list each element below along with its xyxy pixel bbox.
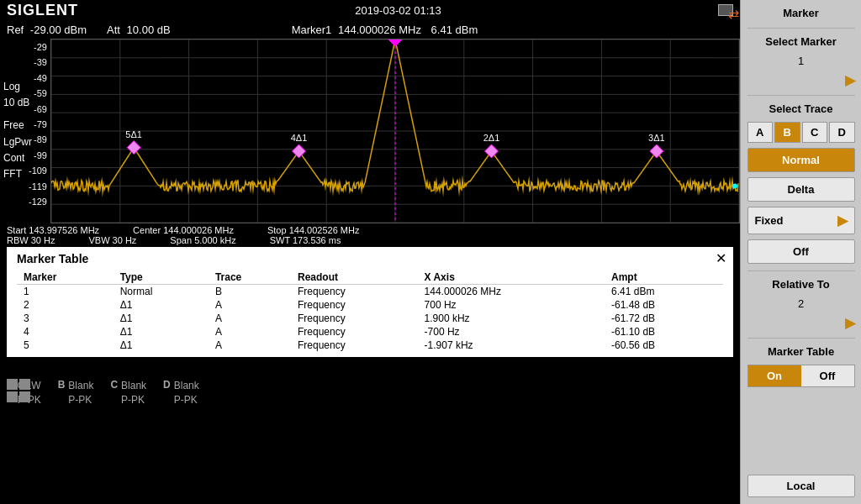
table-cell-ampt: -60.56 dB <box>605 339 723 352</box>
table-cell-x_axis: 700 Hz <box>418 298 605 312</box>
table-cell-marker: 4 <box>17 325 114 339</box>
display-icon[interactable]: ⇄ <box>718 4 733 16</box>
col-type: Type <box>114 270 209 285</box>
table-cell-ampt: -61.10 dB <box>605 325 723 339</box>
table-cell-trace: A <box>209 312 291 325</box>
y-axis-tick: -129 <box>3 197 47 207</box>
select-marker-value: 1 <box>798 55 804 67</box>
marker-table-toggle-title: Marker Table <box>768 345 834 358</box>
relative-to-value: 2 <box>798 297 804 310</box>
table-cell-type: Δ1 <box>114 339 209 352</box>
marker1-freq: 144.000026 MHz <box>338 24 421 36</box>
table-cell-x_axis: -700 Hz <box>418 325 605 339</box>
table-cell-marker: 1 <box>17 285 114 299</box>
table-cell-type: Δ1 <box>114 298 209 312</box>
table-cell-marker: 3 <box>17 312 114 325</box>
datetime: 2019-03-02 01:13 <box>355 4 441 17</box>
table-cell-trace: B <box>209 285 291 299</box>
channel-details: BlankP-PK <box>174 379 199 407</box>
normal-button[interactable]: Normal <box>747 148 855 172</box>
channel-item-b: BBlankP-PK <box>58 379 94 407</box>
col-marker: Marker <box>17 270 114 285</box>
table-row: 1NormalBFrequency144.000026 MHz6.41 dBm <box>17 285 723 299</box>
select-marker-title: Select Marker <box>765 35 837 48</box>
y-axis-tick: -39 <box>3 57 47 67</box>
table-cell-type: Normal <box>114 285 209 299</box>
table-cell-ampt: 6.41 dBm <box>605 285 723 299</box>
table-cell-x_axis: 1.900 kHz <box>418 312 605 325</box>
trace-btn-a[interactable]: A <box>747 122 774 143</box>
grid-cell-1 <box>7 379 18 390</box>
relative-to-arrow[interactable]: ▶ <box>845 315 855 331</box>
trace-btn-b[interactable]: B <box>774 122 800 143</box>
trace-btn-d[interactable]: D <box>829 122 855 143</box>
att-label: Att <box>107 24 120 36</box>
marker-table: Marker Type Trace Readout X Axis Ampt 1N… <box>17 270 723 352</box>
channel-item-c: CBlankP-PK <box>110 379 146 407</box>
meas-bar: Ref -29.00 dBm Att 10.00 dB Marker1 144.… <box>0 20 740 39</box>
marker-table-off-btn[interactable]: Off <box>801 365 854 386</box>
channel-details: BlankP-PK <box>121 379 146 407</box>
marker1-label: Marker1 <box>292 24 332 36</box>
vbw-item: VBW 30 Hz <box>88 235 136 245</box>
off-button[interactable]: Off <box>747 239 855 264</box>
table-row: 4Δ1AFrequency-700 Hz-61.10 dB <box>17 325 723 339</box>
table-cell-x_axis: -1.907 kHz <box>418 339 605 352</box>
mode-free: Free <box>3 118 32 134</box>
table-cell-marker: 2 <box>17 298 114 312</box>
divider-1 <box>747 28 855 29</box>
grid-cell-2 <box>19 379 30 390</box>
grid-cell-3 <box>7 391 18 402</box>
channel-letter: C <box>110 379 118 391</box>
table-row: 5Δ1AFrequency-1.907 kHz-60.56 dB <box>17 339 723 352</box>
bottom-row1: Start 143.997526 MHz Center 144.000026 M… <box>7 225 733 235</box>
table-cell-marker: 5 <box>17 339 114 352</box>
marker1-ampt: 6.41 dBm <box>431 24 478 36</box>
grid-icon[interactable] <box>7 379 30 402</box>
select-trace-row: ABCD <box>747 122 855 143</box>
marker-table-title: Marker Table <box>17 252 723 265</box>
table-cell-type: Δ1 <box>114 325 209 339</box>
trace-btn-c[interactable]: C <box>802 122 828 143</box>
chart-container: Log 10 dB Free LgPwr Cont FFT -29-39-49-… <box>0 39 740 223</box>
marker-table-container: Marker Table ✕ Marker Type Trace Readout… <box>7 247 733 357</box>
table-cell-readout: Frequency <box>291 325 418 339</box>
table-cell-readout: Frequency <box>291 298 418 312</box>
col-trace: Trace <box>209 270 291 285</box>
scale-value: 10 dB <box>3 95 32 111</box>
channel-item-d: DBlankP-PK <box>163 379 199 407</box>
marker-table-close[interactable]: ✕ <box>716 250 726 266</box>
fixed-button[interactable]: Fixed ▶ <box>747 207 855 234</box>
bottom-info: Start 143.997526 MHz Center 144.000026 M… <box>0 223 740 247</box>
mode-cont: Cont <box>3 150 32 166</box>
channel-details: BlankP-PK <box>68 379 93 407</box>
logo: SIGLENT <box>7 2 78 19</box>
delta-button[interactable]: Delta <box>747 177 855 202</box>
table-row: 3Δ1AFrequency1.900 kHz-61.72 dB <box>17 312 723 325</box>
col-readout: Readout <box>291 270 418 285</box>
top-right-icons: ⇄ <box>718 4 733 16</box>
ref-label: Ref <box>7 24 24 36</box>
select-marker-arrow[interactable]: ▶ <box>845 72 855 88</box>
table-cell-trace: A <box>209 339 291 352</box>
table-cell-trace: A <box>209 325 291 339</box>
table-cell-ampt: -61.48 dB <box>605 298 723 312</box>
center-label: Center 144.000026 MHz <box>133 225 234 235</box>
relative-to-title: Relative To <box>772 278 829 291</box>
table-cell-readout: Frequency <box>291 312 418 325</box>
mode-lgpwr: LgPwr <box>3 134 32 150</box>
channel-letter: B <box>58 379 66 391</box>
col-xaxis: X Axis <box>418 270 605 285</box>
left-panel: SIGLENT 2019-03-02 01:13 ⇄ Ref -29.00 dB… <box>0 0 740 504</box>
table-cell-readout: Frequency <box>291 285 418 299</box>
rbw-item: RBW 30 Hz <box>7 235 55 245</box>
scale-label: Log <box>3 79 32 95</box>
spectrum-canvas <box>51 39 739 223</box>
marker-table-on-btn[interactable]: On <box>748 365 801 386</box>
table-row: 2Δ1AFrequency700 Hz-61.48 dB <box>17 298 723 312</box>
marker-title: Marker <box>783 7 819 19</box>
local-button[interactable]: Local <box>747 475 855 497</box>
y-axis-tick: -29 <box>3 42 47 52</box>
col-ampt: Ampt <box>605 270 723 285</box>
divider-4 <box>747 338 855 339</box>
